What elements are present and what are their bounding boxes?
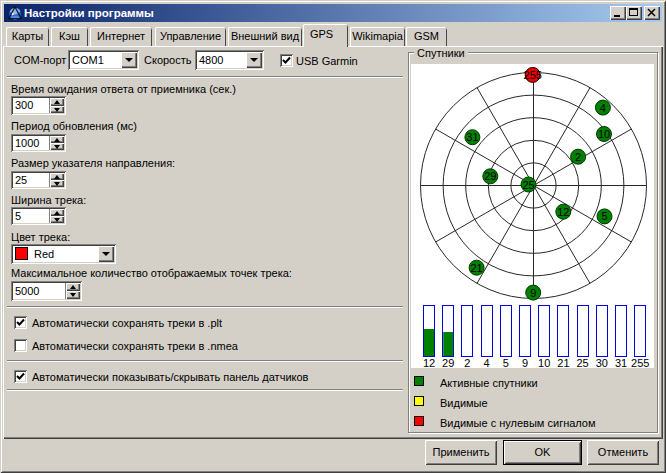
svg-text:21: 21 [470, 262, 482, 274]
svg-text:10: 10 [598, 128, 610, 140]
svg-text:10: 10 [538, 357, 550, 369]
svg-text:4: 4 [484, 357, 490, 369]
svg-text:9: 9 [522, 357, 528, 369]
svg-text:12: 12 [423, 357, 435, 369]
svg-text:255: 255 [524, 69, 542, 81]
svg-text:12: 12 [557, 206, 569, 218]
svg-text:9: 9 [530, 287, 536, 299]
svg-text:5: 5 [503, 357, 509, 369]
svg-text:5: 5 [601, 210, 607, 222]
svg-text:29: 29 [484, 170, 496, 182]
svg-text:4: 4 [600, 102, 606, 114]
svg-text:2: 2 [464, 357, 470, 369]
svg-text:21: 21 [557, 357, 569, 369]
svg-text:25: 25 [576, 357, 588, 369]
svg-text:2: 2 [575, 151, 581, 163]
svg-text:29: 29 [442, 357, 454, 369]
svg-text:31: 31 [466, 131, 478, 143]
svg-text:30: 30 [596, 357, 608, 369]
svg-text:255: 255 [631, 357, 649, 369]
svg-text:25: 25 [522, 179, 534, 191]
svg-text:31: 31 [615, 357, 627, 369]
